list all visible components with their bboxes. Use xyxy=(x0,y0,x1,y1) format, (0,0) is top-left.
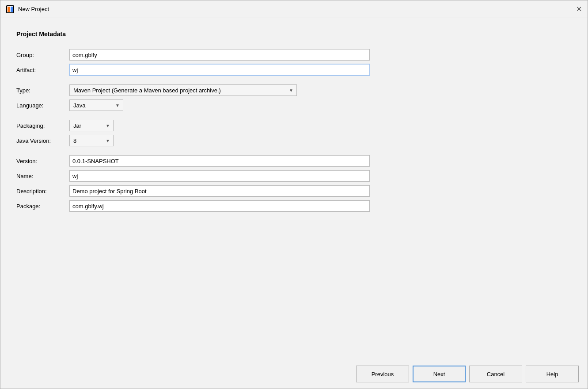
window-title: New Project xyxy=(18,6,49,12)
type-label: Type: xyxy=(16,83,69,98)
spacer-field-2 xyxy=(69,113,401,117)
group-input[interactable] xyxy=(69,49,370,61)
form-content: Project Metadata Group: Artifact: xyxy=(0,18,588,359)
description-field xyxy=(69,183,401,198)
svg-rect-2 xyxy=(8,7,10,12)
language-field: Java Kotlin Groovy ▼ xyxy=(69,98,401,113)
name-label: Name: xyxy=(16,168,69,183)
package-field xyxy=(69,198,401,214)
new-project-window: New Project ✕ Project Metadata Group: Ar… xyxy=(0,0,588,389)
spacer-field-1 xyxy=(69,77,401,82)
java-version-label: Java Version: xyxy=(16,133,69,148)
package-input[interactable] xyxy=(69,200,370,212)
artifact-input[interactable] xyxy=(69,64,370,76)
footer: Previous Next Cancel Help xyxy=(0,359,588,389)
version-label: Version: xyxy=(16,153,69,168)
version-input[interactable] xyxy=(69,155,370,167)
java-select[interactable]: 8 11 17 xyxy=(69,135,114,146)
packaging-field: Jar War ▼ xyxy=(69,118,401,133)
close-button[interactable]: ✕ xyxy=(575,6,582,13)
spacer-field-3 xyxy=(69,148,401,153)
group-label: Group: xyxy=(16,47,69,62)
language-select-wrapper: Java Kotlin Groovy ▼ xyxy=(69,99,123,111)
form-grid: Group: Artifact: Type: xyxy=(16,47,401,214)
package-label: Package: xyxy=(16,198,69,214)
type-select[interactable]: Maven Project (Generate a Maven based pr… xyxy=(69,84,297,96)
spacer-label-3 xyxy=(16,148,69,153)
cancel-button[interactable]: Cancel xyxy=(469,366,522,382)
packaging-select[interactable]: Jar War xyxy=(69,120,114,131)
packaging-label: Packaging: xyxy=(16,118,69,133)
version-field xyxy=(69,153,401,168)
description-input[interactable] xyxy=(69,185,370,197)
section-title: Project Metadata xyxy=(16,31,572,38)
spacer-label-1 xyxy=(16,77,69,83)
description-label: Description: xyxy=(16,183,69,198)
language-label: Language: xyxy=(16,98,69,113)
group-field xyxy=(69,47,401,62)
type-select-wrapper: Maven Project (Generate a Maven based pr… xyxy=(69,84,297,96)
previous-button[interactable]: Previous xyxy=(356,366,409,382)
app-icon xyxy=(6,5,15,14)
packaging-select-wrapper: Jar War ▼ xyxy=(69,120,114,131)
help-button[interactable]: Help xyxy=(526,366,579,382)
type-field: Maven Project (Generate a Maven based pr… xyxy=(69,83,401,98)
artifact-field xyxy=(69,62,401,77)
next-button[interactable]: Next xyxy=(413,366,466,382)
title-bar: New Project ✕ xyxy=(0,0,588,18)
java-select-wrapper: 8 11 17 ▼ xyxy=(69,135,114,146)
artifact-label: Artifact: xyxy=(16,62,69,77)
svg-rect-3 xyxy=(11,7,13,12)
language-select[interactable]: Java Kotlin Groovy xyxy=(69,99,123,111)
spacer-label-2 xyxy=(16,113,69,118)
name-input[interactable] xyxy=(69,170,370,182)
name-field xyxy=(69,168,401,183)
java-version-field: 8 11 17 ▼ xyxy=(69,133,401,148)
title-bar-left: New Project xyxy=(6,5,49,14)
